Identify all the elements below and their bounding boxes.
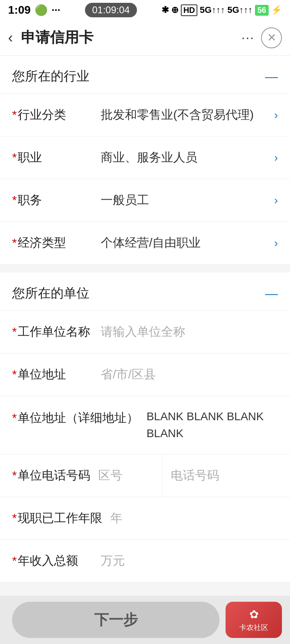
- status-center-time: 01:09:04: [85, 3, 137, 17]
- workplace-address-row[interactable]: 单位地址 省/市/区县: [0, 353, 290, 396]
- workplace-name-row[interactable]: 工作单位名称 请输入单位全称: [0, 311, 290, 353]
- close-button[interactable]: ✕: [261, 27, 282, 48]
- industry-type-label: 行业分类: [12, 107, 93, 123]
- position-arrow: ›: [270, 194, 278, 207]
- community-badge[interactable]: ✿ 卡农社区: [226, 602, 282, 638]
- section-gap: [0, 264, 290, 272]
- annual-income-input[interactable]: 万元: [93, 553, 278, 569]
- economic-type-label: 经济类型: [12, 235, 93, 251]
- economic-type-arrow: ›: [270, 237, 278, 250]
- annual-income-label: 年收入总额: [12, 553, 93, 569]
- position-value: 一般员工: [93, 192, 270, 208]
- status-bar: 1:09 🟢 ··· 01:09:04 ✱ ⊕ HD 5G↑↑↑ 5G↑↑↑ 5…: [0, 0, 290, 20]
- status-time: 1:09: [8, 4, 31, 17]
- workplace-phone-row[interactable]: 单位电话号码 区号 电话号码: [0, 454, 290, 497]
- workplace-address-label: 单位地址: [12, 366, 93, 383]
- status-right: ✱ ⊕ HD 5G↑↑↑ 5G↑↑↑ 56 ⚡: [162, 4, 282, 16]
- industry-type-value: 批发和零售业(不含贸易代理): [93, 107, 270, 123]
- page-title: 申请信用卡: [21, 28, 235, 47]
- link-icon: ⊕: [171, 5, 178, 15]
- industry-section-title: 您所在的行业: [12, 68, 89, 85]
- close-icon: ✕: [267, 31, 276, 44]
- industry-type-arrow: ›: [270, 109, 278, 122]
- charging-icon: ⚡: [271, 5, 282, 15]
- bluetooth-icon: ✱: [162, 5, 169, 15]
- signal-5g2-icon: 5G↑↑↑: [227, 5, 252, 15]
- community-label: 卡农社区: [239, 623, 268, 632]
- workplace-detail-address-row[interactable]: 单位地址（详细地址） BLANK BLANK BLANK BLANK: [0, 396, 290, 454]
- next-button[interactable]: 下一步: [12, 602, 220, 638]
- work-years-input[interactable]: 年: [102, 510, 278, 526]
- workplace-phone-area-input[interactable]: 区号: [90, 454, 163, 497]
- hd-badge: HD: [181, 4, 197, 16]
- workplace-phone-number-input[interactable]: 电话号码: [163, 454, 290, 497]
- economic-type-value: 个体经营/自由职业: [93, 235, 270, 251]
- position-row[interactable]: 职务 一般员工 ›: [0, 179, 290, 222]
- position-label: 职务: [12, 192, 93, 208]
- signal-5g-icon: 5G↑↑↑: [200, 5, 225, 15]
- battery-icon: 56: [255, 5, 269, 16]
- work-years-label: 现职已工作年限: [12, 510, 102, 526]
- workplace-name-input[interactable]: 请输入单位全称: [93, 324, 278, 340]
- industry-type-row[interactable]: 行业分类 批发和零售业(不含贸易代理) ›: [0, 94, 290, 136]
- community-icon: ✿: [249, 608, 259, 621]
- bottom-bar: 下一步 ✿ 卡农社区: [0, 596, 290, 644]
- workplace-detail-address-label: 单位地址（详细地址）: [12, 408, 139, 426]
- annual-income-row[interactable]: 年收入总额 万元: [0, 540, 290, 582]
- occupation-label: 职业: [12, 149, 93, 166]
- workplace-detail-address-value[interactable]: BLANK BLANK BLANK BLANK: [139, 408, 278, 442]
- back-button[interactable]: ‹: [8, 29, 21, 46]
- occupation-row[interactable]: 职业 商业、服务业人员 ›: [0, 136, 290, 179]
- industry-collapse-icon[interactable]: —: [265, 69, 278, 84]
- occupation-arrow: ›: [270, 151, 278, 164]
- nav-bar: ‹ 申请信用卡 ··· ✕: [0, 20, 290, 56]
- workplace-section-header: 您所在的单位 —: [0, 272, 290, 311]
- work-years-row[interactable]: 现职已工作年限 年: [0, 497, 290, 540]
- dots-icon: ···: [52, 4, 60, 17]
- workplace-collapse-icon[interactable]: —: [265, 286, 278, 301]
- economic-type-row[interactable]: 经济类型 个体经营/自由职业 ›: [0, 222, 290, 264]
- industry-section-header: 您所在的行业 —: [0, 56, 290, 94]
- workplace-phone-label: 单位电话号码: [0, 454, 90, 497]
- workplace-name-label: 工作单位名称: [12, 324, 93, 340]
- message-icon: 🟢: [35, 4, 48, 17]
- occupation-value: 商业、服务业人员: [93, 149, 270, 166]
- workplace-address-input[interactable]: 省/市/区县: [93, 366, 278, 383]
- workplace-section-title: 您所在的单位: [12, 285, 89, 302]
- status-left: 1:09 🟢 ···: [8, 4, 60, 17]
- more-button[interactable]: ···: [235, 30, 261, 45]
